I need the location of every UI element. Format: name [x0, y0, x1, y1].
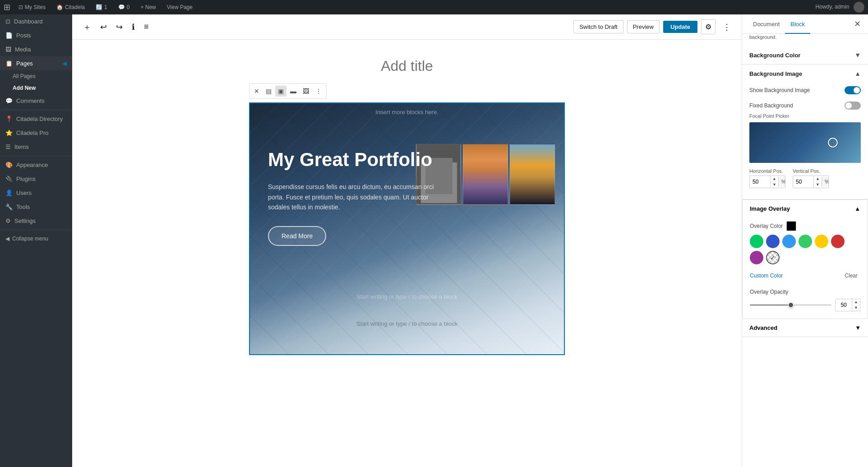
- background-image-section: Background Image ▲ Show Background Image…: [742, 65, 868, 199]
- background-color-section: Background Color ▼: [742, 46, 868, 65]
- clear-color-button[interactable]: Clear: [842, 272, 860, 280]
- more-options-button[interactable]: ⋮: [719, 19, 734, 35]
- sidebar-item-citadela-directory[interactable]: 📍 Citadela Directory: [0, 112, 72, 126]
- block-list-view-button[interactable]: ▤: [263, 86, 274, 97]
- pages-icon: 📋: [5, 60, 13, 67]
- vertical-pos-group: Vertical Pos. ▲ ▼ %: [793, 168, 829, 188]
- dashboard-icon: ⊡: [5, 18, 10, 25]
- overlay-color-swatch[interactable]: [786, 221, 796, 231]
- undo-button[interactable]: ↩: [97, 19, 111, 35]
- opacity-down[interactable]: ▼: [852, 305, 860, 311]
- fixed-background-toggle[interactable]: [845, 102, 861, 110]
- sidebar-item-dashboard[interactable]: ⊡ Dashboard: [0, 14, 72, 28]
- sidebar-sub-all-pages[interactable]: All Pages: [0, 70, 72, 82]
- advanced-header[interactable]: Advanced ▼: [742, 319, 868, 337]
- chevron-down-icon: ▼: [854, 51, 861, 59]
- tab-document[interactable]: Document: [748, 14, 785, 34]
- block-delete-button[interactable]: ✕: [251, 86, 262, 97]
- tab-block[interactable]: Block: [785, 14, 810, 34]
- comments-link[interactable]: 💬 0: [115, 4, 133, 10]
- sidebar-item-citadela-pro[interactable]: ⭐ Citadela Pro: [0, 126, 72, 140]
- sidebar-divider-3: [0, 230, 72, 230]
- sidebar-item-settings[interactable]: ⚙ Settings: [0, 214, 72, 228]
- info-button[interactable]: ℹ: [128, 19, 139, 35]
- horizontal-pos-up[interactable]: ▲: [771, 176, 778, 182]
- vertical-pos-up[interactable]: ▲: [814, 176, 822, 182]
- color-swatch-light-green[interactable]: [799, 235, 812, 248]
- hero-read-more-button[interactable]: Read More: [268, 226, 326, 246]
- sidebar-sub-add-new[interactable]: Add New: [0, 82, 72, 94]
- switch-to-draft-button[interactable]: Switch to Draft: [573, 20, 623, 33]
- new-content-link[interactable]: + New: [138, 4, 158, 10]
- sidebar-item-appearance[interactable]: 🎨 Appearance: [0, 158, 72, 172]
- directory-icon: 📍: [5, 116, 13, 122]
- sidebar-divider: [0, 110, 72, 110]
- preview-button[interactable]: Preview: [627, 20, 660, 33]
- color-swatch-yellow[interactable]: [815, 235, 828, 248]
- panel-close-button[interactable]: ✕: [852, 17, 863, 31]
- color-swatch-green[interactable]: [750, 235, 763, 248]
- color-swatches: [743, 235, 868, 270]
- block-grid-view-button[interactable]: ▣: [275, 86, 286, 97]
- admin-avatar[interactable]: [854, 2, 864, 13]
- advanced-section: Advanced ▼: [742, 319, 868, 337]
- appearance-icon: 🎨: [5, 162, 13, 168]
- chevron-up-icon: ▲: [854, 70, 861, 77]
- show-background-image-toggle[interactable]: [845, 86, 861, 94]
- color-swatch-blue[interactable]: [782, 235, 796, 248]
- start-writing-text-2: Start writing or type / to choose a bloc…: [356, 320, 457, 327]
- tools-icon: 🔧: [5, 203, 13, 210]
- comments-sidebar-icon: 💬: [5, 97, 13, 104]
- background-image-content: Show Background Image Fixed Background F…: [742, 83, 868, 199]
- page-title-input[interactable]: [249, 58, 565, 74]
- tools-more-button[interactable]: ≡: [140, 19, 152, 34]
- sidebar-item-media[interactable]: 🖼 Media: [0, 42, 72, 56]
- hero-title: My Great Portfolio: [268, 148, 439, 171]
- horizontal-pos-input[interactable]: [750, 177, 770, 187]
- my-sites-link[interactable]: ⊡ My Sites: [16, 4, 48, 10]
- focal-pos-row: Horizontal Pos. ▲ ▼ % Vertical Pos.: [749, 168, 861, 188]
- opacity-slider[interactable]: [750, 304, 831, 306]
- image-overlay-header[interactable]: Image Overlay ▲: [743, 200, 868, 217]
- vertical-pos-down[interactable]: ▼: [814, 182, 822, 188]
- color-swatch-dark-blue[interactable]: [766, 235, 780, 248]
- horizontal-pos-down[interactable]: ▼: [771, 182, 778, 188]
- vertical-pos-input[interactable]: [793, 177, 813, 187]
- users-icon: 👤: [5, 190, 13, 196]
- sidebar-item-tools[interactable]: 🔧 Tools: [0, 200, 72, 214]
- sidebar-item-plugins[interactable]: 🔌 Plugins: [0, 172, 72, 186]
- background-color-header[interactable]: Background Color ▼: [742, 46, 868, 64]
- add-block-button[interactable]: ＋: [79, 19, 95, 35]
- block-row-view-button[interactable]: ▬: [287, 86, 299, 97]
- background-image-header[interactable]: Background Image ▲: [742, 65, 868, 83]
- custom-color-link[interactable]: Custom Color: [750, 273, 783, 279]
- sidebar-item-users[interactable]: 👤 Users: [0, 186, 72, 200]
- site-name-link[interactable]: 🏠 Citadela: [54, 4, 88, 10]
- color-swatch-checkered[interactable]: [766, 251, 780, 264]
- sidebar-item-posts[interactable]: 📄 Posts: [0, 28, 72, 42]
- update-button[interactable]: Update: [663, 21, 697, 33]
- sidebar-item-pages[interactable]: 📋 Pages ◀: [0, 56, 72, 70]
- sidebar-item-comments[interactable]: 💬 Comments: [0, 94, 72, 108]
- sidebar-item-items[interactable]: ☰ Items: [0, 140, 72, 154]
- collapse-menu-button[interactable]: ◀ Collapse menu: [0, 232, 72, 245]
- focal-point-picker[interactable]: [749, 122, 861, 163]
- opacity-up[interactable]: ▲: [852, 299, 860, 305]
- portfolio-image-3: [510, 144, 555, 205]
- block-more-options-button[interactable]: ⋮: [313, 86, 324, 97]
- color-swatch-red[interactable]: [831, 235, 845, 248]
- view-page-link[interactable]: View Page: [164, 4, 195, 10]
- updates-link[interactable]: 🔄 1: [93, 4, 110, 10]
- opacity-value-input[interactable]: [836, 300, 852, 310]
- redo-button[interactable]: ↪: [112, 19, 126, 35]
- horizontal-pos-input-wrap: ▲ ▼ %: [749, 176, 785, 188]
- hero-block[interactable]: Insert more blocks here. My Great Portfo…: [249, 102, 565, 355]
- settings-panel-button[interactable]: ⚙: [701, 19, 716, 34]
- image-overlay-section: Image Overlay ▲ Overlay Color Custom Col…: [742, 199, 868, 319]
- block-toolbar: ✕ ▤ ▣ ▬ 🖼 ⋮: [249, 83, 327, 99]
- portfolio-image-2: [463, 144, 508, 205]
- wp-logo-icon[interactable]: ⊞: [4, 2, 10, 12]
- block-media-button[interactable]: 🖼: [300, 86, 312, 97]
- opacity-value-wrap: ▲ ▼: [835, 299, 860, 311]
- color-swatch-purple[interactable]: [750, 251, 763, 264]
